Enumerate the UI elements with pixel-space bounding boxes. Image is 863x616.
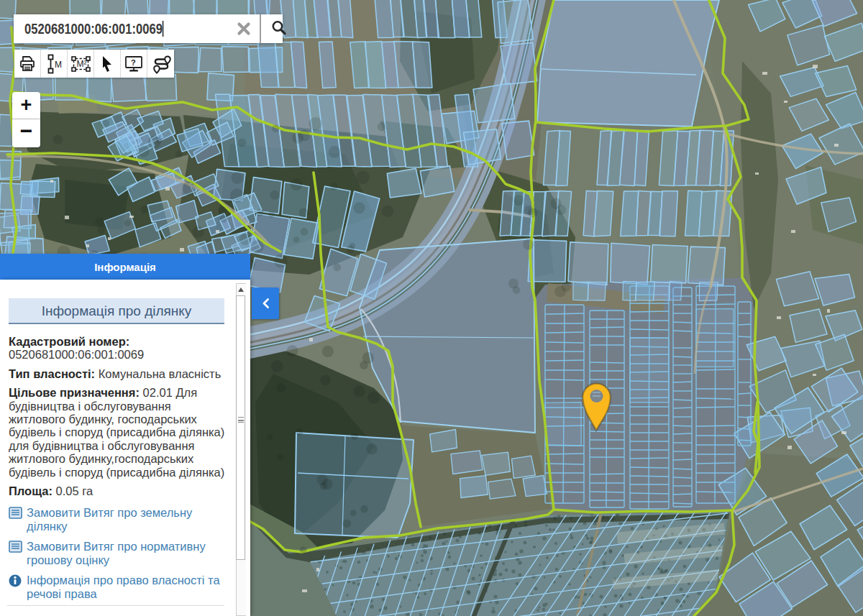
- svg-text:M²: M²: [76, 59, 86, 69]
- svg-text:M: M: [55, 60, 62, 70]
- svg-text:?: ?: [131, 58, 136, 66]
